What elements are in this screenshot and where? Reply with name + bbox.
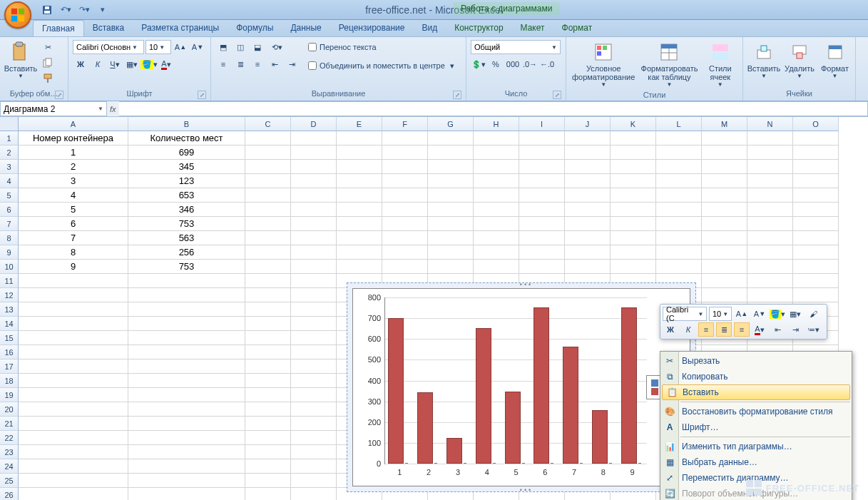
column-header[interactable]: K: [611, 117, 656, 131]
align-bottom-icon[interactable]: ⬓: [250, 40, 265, 54]
cell[interactable]: [337, 217, 382, 231]
cell[interactable]: [611, 188, 656, 203]
row-header[interactable]: 24: [0, 459, 19, 474]
cell[interactable]: [291, 431, 337, 445]
cell[interactable]: [245, 345, 291, 359]
cell[interactable]: [128, 445, 245, 459]
cell[interactable]: [428, 231, 474, 245]
cell[interactable]: 2: [19, 160, 128, 174]
cell[interactable]: [474, 245, 519, 260]
cell[interactable]: 123: [128, 174, 245, 188]
mini-align-center-icon[interactable]: ≣: [716, 322, 732, 337]
cell[interactable]: 563: [128, 231, 245, 245]
cell[interactable]: [565, 160, 611, 174]
ctx-reset-style[interactable]: 🎨Восстановить форматирование стиля: [660, 404, 852, 419]
cell[interactable]: [474, 260, 519, 274]
row-header[interactable]: 26: [0, 488, 19, 500]
cell[interactable]: 6: [19, 217, 128, 231]
chart-bar[interactable]: [621, 307, 637, 464]
cell[interactable]: [245, 302, 291, 317]
cell[interactable]: [291, 146, 337, 160]
cell[interactable]: [291, 274, 337, 288]
cell[interactable]: [291, 160, 337, 174]
row-header[interactable]: 4: [0, 174, 19, 188]
cell[interactable]: [291, 345, 337, 359]
mini-align-right-icon[interactable]: ≡: [734, 322, 750, 337]
cell[interactable]: [519, 245, 565, 260]
cell[interactable]: [128, 474, 245, 488]
cell[interactable]: 256: [128, 245, 245, 260]
ctx-cut[interactable]: ✂Вырезать: [660, 353, 852, 369]
row-header[interactable]: 7: [0, 217, 19, 231]
redo-icon[interactable]: ↷▾: [77, 3, 91, 17]
currency-icon[interactable]: 💲▾: [471, 57, 486, 71]
chart-bar[interactable]: [446, 438, 462, 464]
cell[interactable]: [337, 245, 382, 260]
cell[interactable]: [747, 217, 793, 231]
cell[interactable]: [19, 445, 128, 459]
mini-grow-font-icon[interactable]: A▲: [734, 307, 750, 321]
cell[interactable]: [656, 245, 702, 260]
cell[interactable]: [382, 131, 428, 146]
cell[interactable]: [656, 217, 702, 231]
cell[interactable]: [337, 203, 382, 217]
cell[interactable]: [291, 417, 337, 431]
cell[interactable]: [337, 260, 382, 274]
cell[interactable]: [128, 388, 245, 402]
cell[interactable]: [747, 288, 793, 302]
cell[interactable]: [19, 331, 128, 345]
row-header[interactable]: 16: [0, 345, 19, 359]
cell[interactable]: [428, 174, 474, 188]
cell[interactable]: [337, 160, 382, 174]
column-header[interactable]: J: [565, 117, 611, 131]
conditional-formatting-button[interactable]: Условное форматирование▼: [571, 40, 635, 89]
align-top-icon[interactable]: ⬒: [215, 40, 231, 54]
cell[interactable]: [747, 146, 793, 160]
tab-format[interactable]: Формат: [553, 20, 601, 36]
cell[interactable]: [702, 131, 747, 146]
chart-bar[interactable]: [592, 410, 608, 464]
tab-design[interactable]: Конструктор: [446, 20, 511, 36]
cell[interactable]: [428, 188, 474, 203]
cell[interactable]: [702, 160, 747, 174]
orientation-icon[interactable]: ⟲▾: [267, 40, 287, 54]
cell[interactable]: [793, 245, 839, 260]
cell[interactable]: [747, 160, 793, 174]
align-middle-icon[interactable]: ◫: [233, 40, 248, 54]
cell[interactable]: [611, 260, 656, 274]
column-header[interactable]: I: [519, 117, 565, 131]
cell[interactable]: [245, 188, 291, 203]
cell[interactable]: [245, 217, 291, 231]
cell[interactable]: [565, 131, 611, 146]
cell[interactable]: [245, 288, 291, 302]
format-cells-button[interactable]: Формат▼: [819, 40, 851, 81]
chart-bar[interactable]: [563, 347, 578, 464]
column-header[interactable]: A: [19, 117, 128, 131]
cell[interactable]: [245, 174, 291, 188]
cell[interactable]: [128, 317, 245, 331]
cell[interactable]: [474, 131, 519, 146]
cell[interactable]: [382, 146, 428, 160]
cell[interactable]: [337, 131, 382, 146]
cell[interactable]: [291, 402, 337, 417]
chart-bar[interactable]: [417, 392, 433, 464]
cell[interactable]: [337, 231, 382, 245]
cell[interactable]: [128, 417, 245, 431]
cell[interactable]: [702, 146, 747, 160]
cell[interactable]: [128, 402, 245, 417]
cell[interactable]: [382, 160, 428, 174]
cell[interactable]: [702, 174, 747, 188]
cell[interactable]: 3: [19, 174, 128, 188]
increase-indent-icon[interactable]: ⇥: [284, 57, 300, 71]
copy-icon[interactable]: [40, 56, 56, 70]
chart-bar[interactable]: [505, 392, 521, 464]
cell[interactable]: [128, 359, 245, 374]
cell[interactable]: [291, 317, 337, 331]
cell[interactable]: [245, 203, 291, 217]
cell[interactable]: [291, 288, 337, 302]
cell[interactable]: [291, 445, 337, 459]
cell[interactable]: [747, 245, 793, 260]
cell[interactable]: [19, 388, 128, 402]
mini-bullets-icon[interactable]: ≔▾: [805, 322, 821, 337]
cell[interactable]: [428, 146, 474, 160]
